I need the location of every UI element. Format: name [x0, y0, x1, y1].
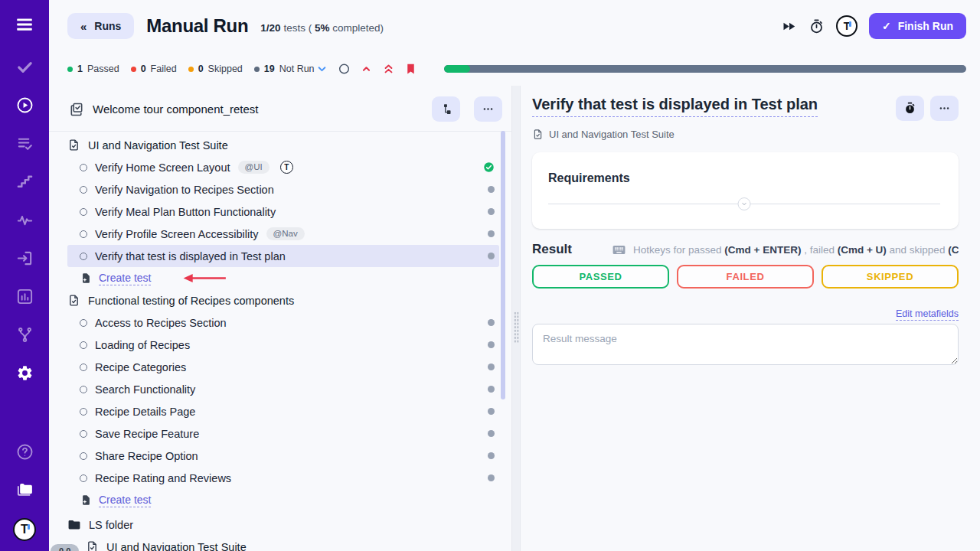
chevrons-up-red-icon[interactable] — [382, 63, 395, 76]
tree-view-button[interactable] — [432, 96, 460, 122]
test-circle-icon[interactable] — [80, 253, 87, 260]
test-more-button[interactable] — [930, 96, 959, 121]
tree-test[interactable]: Search Functionality — [67, 378, 499, 400]
status-notrun-icon — [488, 474, 495, 481]
test-circle-icon[interactable] — [80, 474, 87, 482]
tree-scrollbar[interactable] — [501, 131, 505, 399]
tree-suite[interactable]: 0.0UI and Navigation Test Suite — [67, 536, 499, 551]
sidebar-item-logo[interactable]: T — [13, 518, 36, 541]
tree-structure-icon — [439, 103, 452, 116]
app-logo[interactable]: T — [836, 15, 858, 37]
tree-test[interactable]: Verify Profile Screen Accessibility@Nav — [67, 223, 499, 245]
result-skipped-button[interactable]: SKIPPED — [822, 265, 959, 289]
test-circle-icon[interactable] — [80, 408, 87, 416]
sidebar-item-list-check[interactable] — [16, 135, 34, 152]
chevron-down-blue-icon[interactable] — [315, 63, 328, 76]
sidebar-item-activity[interactable] — [16, 211, 34, 229]
tree-test[interactable]: Access to Recipes Section — [67, 311, 499, 334]
run-checklist-icon — [69, 102, 84, 117]
sidebar-item-files[interactable] — [16, 481, 34, 498]
ellipsis-icon — [482, 103, 495, 116]
tag-badge[interactable]: @Nav — [266, 227, 305, 241]
back-to-runs-button[interactable]: « Runs — [67, 13, 134, 39]
sidebar-bottom: T — [13, 443, 36, 541]
files-icon — [16, 481, 34, 498]
status-dot-icon — [254, 67, 260, 72]
test-circle-icon[interactable] — [80, 186, 87, 194]
test-circle-icon[interactable] — [80, 164, 87, 171]
requirements-card: Requirements — [532, 152, 959, 229]
breadcrumb-label: UI and Navigation Test Suite — [549, 129, 675, 140]
stopwatch-filled-icon — [903, 102, 916, 115]
run-progress-fill — [444, 65, 470, 73]
create-test-link[interactable]: Create test — [99, 494, 151, 507]
file-plus-icon — [80, 494, 92, 507]
tree-test[interactable]: Recipe Rating and Reviews — [67, 467, 499, 489]
test-title[interactable]: Verify that test is displayed in Test pl… — [532, 96, 818, 117]
chevron-up-red-icon[interactable] — [360, 63, 373, 76]
status-passed-icon — [483, 161, 495, 173]
test-circle-icon[interactable] — [80, 386, 87, 393]
panel-splitter[interactable] — [511, 86, 521, 551]
tree-test[interactable]: Save Recipe Feature — [67, 422, 499, 445]
annotation-arrow-icon — [181, 273, 228, 283]
tree-test[interactable]: Verify that test is displayed in Test pl… — [67, 245, 499, 267]
tree-test[interactable]: Recipe Categories — [67, 356, 499, 378]
counter-failed: 0Failed — [131, 64, 177, 74]
tree-test[interactable]: Verify Navigation to Recipes Section — [67, 178, 499, 201]
automated-test-logo-icon: T — [280, 161, 293, 174]
sidebar-item-import[interactable] — [16, 249, 34, 267]
breadcrumb[interactable]: UI and Navigation Test Suite — [532, 129, 959, 140]
run-title: Welcome tour component_retest — [93, 103, 423, 116]
menu-button[interactable] — [15, 15, 34, 34]
tree-folder[interactable]: LS folder — [67, 514, 499, 536]
sidebar-item-settings[interactable] — [16, 364, 34, 382]
tree-test[interactable]: Loading of Recipes — [67, 334, 499, 356]
ellipsis-icon — [938, 102, 951, 115]
test-circle-icon[interactable] — [80, 452, 87, 460]
help-icon — [16, 443, 34, 461]
create-test-link[interactable]: Create test — [99, 272, 151, 285]
sidebar-item-steps[interactable] — [16, 173, 34, 191]
result-passed-button[interactable]: PASSED — [532, 265, 669, 289]
test-timer-button[interactable] — [896, 96, 924, 121]
tree-test[interactable]: Share Recipe Option — [67, 445, 499, 467]
finish-run-button[interactable]: ✓ Finish Run — [869, 13, 966, 39]
status-notrun-icon — [488, 430, 495, 437]
sidebar-item-check[interactable] — [16, 58, 34, 76]
circle-outline-icon[interactable] — [338, 63, 351, 76]
status-notrun-icon — [488, 452, 495, 459]
tag-badge[interactable]: @UI — [238, 161, 270, 174]
sidebar-item-bar-chart[interactable] — [16, 288, 34, 305]
sidebar-item-play-circle[interactable] — [16, 96, 34, 114]
test-circle-icon[interactable] — [80, 208, 87, 216]
fast-forward-icon[interactable] — [781, 18, 797, 34]
expand-requirements-button[interactable] — [738, 197, 751, 210]
edit-metafields-link[interactable]: Edit metafields — [896, 308, 959, 321]
tree-suite[interactable]: UI and Navigation Test Suite — [67, 134, 499, 156]
result-failed-button[interactable]: FAILED — [677, 265, 814, 289]
bookmark-red-icon[interactable] — [404, 63, 417, 76]
list-check-icon — [16, 135, 34, 152]
tree-test[interactable]: Verify Meal Plan Button Functionality — [67, 201, 499, 223]
tree-more-button[interactable] — [474, 96, 502, 122]
test-circle-icon[interactable] — [80, 319, 87, 327]
check-icon: ✓ — [882, 20, 891, 32]
tree-header: Welcome tour component_retest — [49, 86, 511, 132]
tree-test[interactable]: Recipe Details Page — [67, 400, 499, 422]
test-circle-icon[interactable] — [80, 341, 87, 349]
tree-test[interactable]: Verify Home Screen Layout@UIT — [67, 156, 499, 178]
sidebar-item-branch[interactable] — [16, 326, 34, 344]
test-circle-icon[interactable] — [80, 430, 87, 438]
result-message-input[interactable] — [532, 324, 959, 365]
stopwatch-icon[interactable] — [808, 18, 825, 34]
test-circle-icon[interactable] — [80, 230, 87, 238]
settings-icon — [16, 364, 34, 382]
test-circle-icon[interactable] — [80, 364, 87, 371]
suite-doc-icon — [532, 129, 544, 140]
bar-chart-icon — [16, 288, 34, 305]
sidebar-item-help[interactable] — [16, 443, 34, 461]
testomat-logo-icon: T — [13, 518, 36, 541]
activity-icon — [16, 211, 34, 229]
tree-suite[interactable]: Functional testing of Recipes components — [67, 289, 499, 311]
